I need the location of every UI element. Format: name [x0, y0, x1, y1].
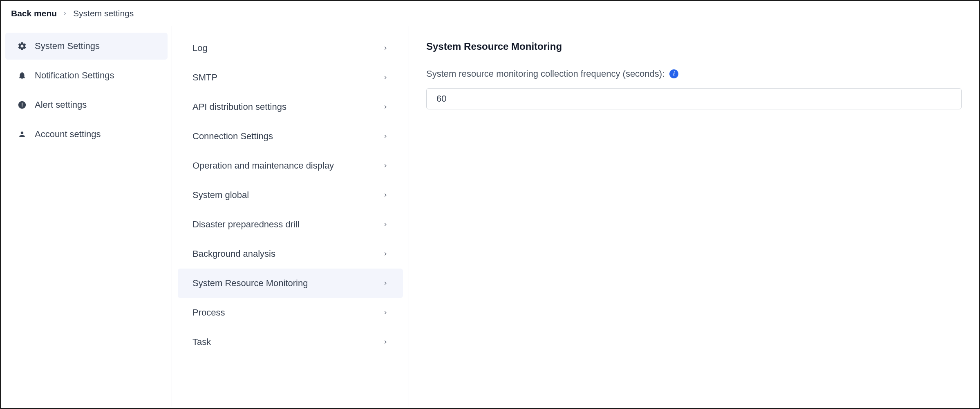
chevron-right-icon — [383, 339, 388, 345]
chevron-right-icon — [383, 280, 388, 286]
sidebar-item-label: Notification Settings — [35, 70, 114, 81]
secondary-item-label: SMTP — [192, 72, 217, 83]
info-icon[interactable]: i — [669, 69, 678, 78]
secondary-item-process[interactable]: Process — [178, 298, 403, 327]
secondary-item-label: Log — [192, 43, 208, 53]
secondary-item-label: Background analysis — [192, 249, 275, 259]
chevron-right-icon — [383, 310, 388, 316]
chevron-right-icon — [383, 133, 388, 139]
form-row-frequency: System resource monitoring collection fr… — [426, 69, 962, 109]
chevron-right-icon — [383, 104, 388, 110]
sidebar-item-system-settings[interactable]: System Settings — [5, 33, 168, 60]
secondary-item-label: System global — [192, 190, 249, 200]
content-title: System Resource Monitoring — [426, 41, 962, 52]
sidebar-item-label: Account settings — [35, 129, 101, 140]
secondary-item-label: System Resource Monitoring — [192, 278, 308, 289]
secondary-item-system-global[interactable]: System global — [178, 180, 403, 210]
breadcrumb-current: System settings — [73, 9, 134, 18]
bell-icon — [17, 70, 27, 81]
secondary-item-disaster-drill[interactable]: Disaster preparedness drill — [178, 210, 403, 239]
sidebar-item-label: Alert settings — [35, 100, 87, 110]
chevron-right-icon — [383, 192, 388, 198]
sidebar-item-alert-settings[interactable]: Alert settings — [5, 91, 168, 118]
chevron-right-icon — [383, 251, 388, 257]
chevron-right-icon — [383, 75, 388, 80]
chevron-right-icon — [383, 45, 388, 51]
secondary-item-smtp[interactable]: SMTP — [178, 63, 403, 92]
user-icon — [17, 129, 27, 140]
frequency-input[interactable] — [426, 88, 962, 109]
secondary-item-om-display[interactable]: Operation and maintenance display — [178, 151, 403, 180]
sidebar-secondary: Log SMTP API distribution settings Conne… — [172, 26, 409, 407]
secondary-item-system-resource-monitoring[interactable]: System Resource Monitoring — [178, 269, 403, 298]
sidebar-item-account-settings[interactable]: Account settings — [5, 121, 168, 148]
chevron-right-icon — [63, 11, 67, 16]
chevron-right-icon — [383, 222, 388, 227]
alert-icon — [17, 100, 27, 110]
secondary-item-label: API distribution settings — [192, 102, 286, 112]
secondary-item-task[interactable]: Task — [178, 327, 403, 357]
svg-rect-2 — [22, 107, 22, 107]
main-layout: System Settings Notification Settings Al… — [1, 26, 979, 407]
gear-icon — [17, 41, 27, 51]
form-label-text: System resource monitoring collection fr… — [426, 69, 665, 79]
secondary-item-connection-settings[interactable]: Connection Settings — [178, 122, 403, 151]
content-panel: System Resource Monitoring System resour… — [409, 26, 979, 407]
sidebar-item-notification-settings[interactable]: Notification Settings — [5, 62, 168, 89]
secondary-item-label: Connection Settings — [192, 131, 273, 142]
secondary-item-log[interactable]: Log — [178, 33, 403, 63]
sidebar-item-label: System Settings — [35, 41, 100, 51]
form-label-frequency: System resource monitoring collection fr… — [426, 69, 962, 79]
breadcrumb-back[interactable]: Back menu — [11, 9, 57, 18]
secondary-item-background-analysis[interactable]: Background analysis — [178, 239, 403, 269]
sidebar-primary: System Settings Notification Settings Al… — [1, 26, 172, 407]
breadcrumb: Back menu System settings — [1, 1, 979, 26]
chevron-right-icon — [383, 163, 388, 169]
secondary-item-label: Disaster preparedness drill — [192, 219, 300, 230]
secondary-item-label: Operation and maintenance display — [192, 160, 334, 171]
secondary-item-api-distribution[interactable]: API distribution settings — [178, 92, 403, 122]
secondary-item-label: Process — [192, 307, 225, 318]
secondary-item-label: Task — [192, 337, 211, 347]
svg-rect-1 — [22, 103, 22, 106]
